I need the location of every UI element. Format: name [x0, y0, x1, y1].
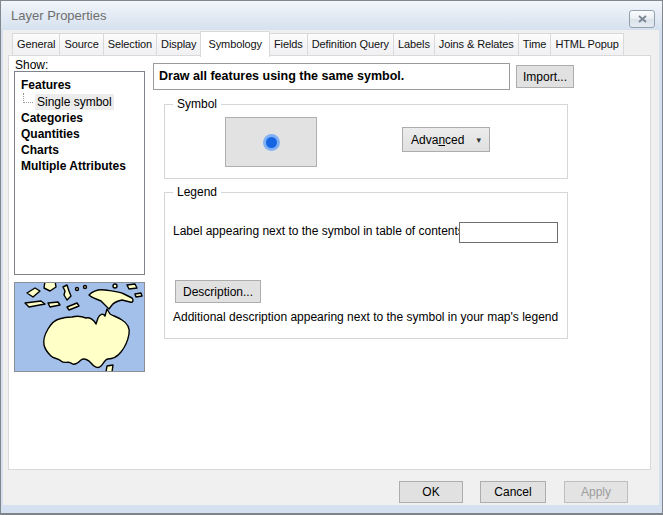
advanced-dropdown-button[interactable]: Advanced ▾	[402, 127, 490, 152]
tab-selection[interactable]: Selection	[103, 33, 157, 55]
legend-group: Legend Label appearing next to the symbo…	[164, 192, 568, 339]
tab-definition-query[interactable]: Definition Query	[307, 33, 394, 55]
legend-label-input[interactable]	[459, 222, 558, 243]
symbology-method-tree: Features Single symbol Categories Quanti…	[14, 71, 145, 275]
close-button[interactable]	[629, 10, 655, 28]
tree-item-categories[interactable]: Categories	[15, 110, 144, 126]
tab-strip: General Source Selection Display Symbolo…	[12, 31, 623, 55]
legend-label-text: Label appearing next to the symbol in ta…	[173, 224, 467, 238]
tree-item-single-symbol-label: Single symbol	[35, 94, 114, 110]
tree-item-features[interactable]: Features	[15, 77, 144, 93]
description-button[interactable]: Description...	[175, 280, 261, 303]
tree-item-single-symbol[interactable]: Single symbol	[15, 93, 144, 110]
symbology-tab-page: Show: Features Single symbol Categories …	[8, 55, 651, 470]
tree-item-multiple-attributes[interactable]: Multiple Attributes	[15, 158, 144, 174]
show-label: Show:	[15, 58, 48, 72]
window-title: Layer Properties	[11, 1, 106, 30]
symbol-preview-button[interactable]	[225, 117, 317, 167]
page-title: Draw all features using the same symbol.	[153, 63, 510, 90]
close-icon	[638, 15, 647, 23]
legend-group-title: Legend	[173, 185, 221, 199]
import-button[interactable]: Import...	[516, 65, 574, 88]
tab-symbology[interactable]: Symbology	[200, 31, 270, 57]
ok-button[interactable]: OK	[399, 481, 463, 503]
cancel-button[interactable]: Cancel	[480, 481, 546, 503]
advanced-label: Advanced	[411, 133, 464, 147]
tree-connector	[23, 93, 33, 103]
layer-properties-dialog: Layer Properties General Source Selectio…	[0, 0, 663, 515]
tab-time[interactable]: Time	[518, 33, 552, 55]
map-preview-thumbnail	[14, 282, 145, 372]
tab-fields[interactable]: Fields	[269, 33, 308, 55]
legend-description-hint: Additional description appearing next to…	[173, 310, 558, 324]
tab-labels[interactable]: Labels	[393, 33, 435, 55]
tab-general[interactable]: General	[12, 33, 60, 55]
titlebar: Layer Properties	[1, 1, 662, 30]
tree-item-quantities[interactable]: Quantities	[15, 126, 144, 142]
point-symbol-icon	[263, 134, 280, 151]
symbol-group-title: Symbol	[173, 97, 221, 111]
apply-button: Apply	[564, 481, 628, 503]
tab-html-popup[interactable]: HTML Popup	[550, 33, 623, 55]
tab-joins-relates[interactable]: Joins & Relates	[434, 33, 519, 55]
tab-display[interactable]: Display	[156, 33, 201, 55]
tree-item-charts[interactable]: Charts	[15, 142, 144, 158]
chevron-down-icon: ▾	[476, 135, 481, 145]
tab-source[interactable]: Source	[59, 33, 103, 55]
symbol-group: Symbol Advanced ▾	[164, 104, 568, 179]
